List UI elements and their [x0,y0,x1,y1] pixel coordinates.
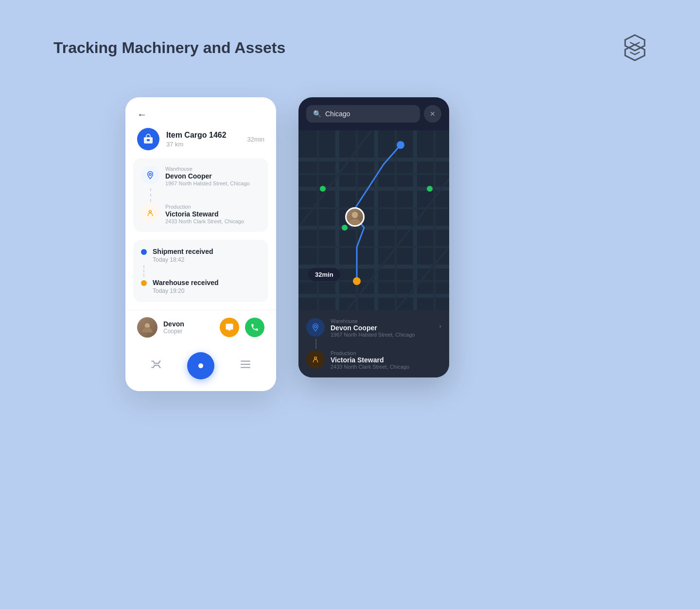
map-production-name: Victoria Steward [331,356,409,364]
production-address: 2433 North Clark Street, Chicago [165,218,244,224]
svg-point-35 [315,357,317,359]
back-button[interactable]: ← [137,109,147,120]
shipment-status: Shipment received Today 18:42 [141,248,261,263]
location-divider [150,188,151,202]
map-search-bar[interactable]: 🔍 Chicago ✕ [298,97,449,130]
production-name: Victoria Steward [165,210,244,218]
map-production-row: Production Victoria Steward 2433 North C… [306,350,441,370]
cargo-distance: 37 km [166,141,241,148]
map-warehouse-address: 1967 North Halsted Street, Chicago [331,332,415,338]
map-production-icon [306,350,325,369]
search-input-container[interactable]: 🔍 Chicago [306,105,420,123]
shipment-time: Today 18:42 [153,256,213,263]
status-section: Shipment received Today 18:42 Warehouse … [133,240,268,302]
map-warehouse-name: Devon Cooper [331,324,415,332]
call-button[interactable] [245,318,264,337]
route-path [298,130,449,310]
search-icon: 🔍 [313,110,321,118]
svg-point-34 [315,325,317,328]
map-production-item: Production Victoria Steward 2433 North C… [306,350,409,370]
right-map-card: 🔍 Chicago ✕ [298,97,449,377]
cargo-icon [137,128,159,150]
map-area: 32min [298,130,449,310]
map-production-text: Production Victoria Steward 2433 North C… [331,350,409,370]
warehouse-status: Warehouse received Today 19:20 [141,279,261,294]
logo-icon [623,34,647,57]
map-warehouse-arrow[interactable]: › [439,322,441,330]
left-phone-card: ← Item Cargo 1462 37 km 32min [125,97,276,391]
status-divider [143,265,144,277]
warehouse-icon [141,166,159,184]
contact-first-name: Devon [163,320,214,328]
location-section: Warehouse Devon Cooper 1967 North Halste… [133,158,268,232]
warehouse-title: Warehouse received [153,279,219,287]
search-value: Chicago [325,110,350,118]
svg-rect-1 [147,139,150,141]
nav-menu-button[interactable] [239,358,252,374]
blue-dot [141,249,147,255]
map-warehouse-label: Warehouse [331,318,415,324]
cargo-name: Item Cargo 1462 [166,131,241,140]
nav-routes-button[interactable] [150,358,162,374]
contact-name: Devon Cooper [163,320,214,335]
nav-center-button[interactable] [187,352,214,379]
cargo-text: Item Cargo 1462 37 km [166,131,241,148]
map-warehouse-row: Warehouse Devon Cooper 1967 North Halste… [306,318,441,338]
warehouse-location: Warehouse Devon Cooper 1967 North Halste… [141,166,261,186]
time-badge: 32min [308,268,340,281]
close-search-button[interactable]: ✕ [424,105,441,123]
map-production-label: Production [331,350,409,356]
warehouse-address: 1967 North Halsted Street, Chicago [165,180,250,186]
map-info-panel: Warehouse Devon Cooper 1967 North Halste… [298,310,449,377]
production-location: Production Victoria Steward 2433 North C… [141,204,261,224]
svg-point-29 [320,186,326,192]
map-user-avatar [345,207,365,227]
map-production-address: 2433 North Clark Street, Chicago [331,364,409,370]
contact-avatar [137,317,158,338]
svg-point-30 [342,225,348,231]
warehouse-name: Devon Cooper [165,172,250,180]
production-label: Production [165,204,244,210]
orange-dot [141,280,147,286]
map-warehouse-item: Warehouse Devon Cooper 1967 North Halste… [306,318,415,338]
cargo-time: 32min [247,136,264,143]
svg-point-28 [353,277,361,285]
warehouse-label: Warehouse [165,166,250,172]
card-header: ← Item Cargo 1462 37 km 32min [125,97,276,158]
svg-point-32 [397,141,404,149]
contact-section: Devon Cooper [125,310,276,344]
map-warehouse-icon [306,318,325,337]
shipment-title: Shipment received [153,248,213,255]
warehouse-time: Today 19:20 [153,287,219,294]
cargo-info: Item Cargo 1462 37 km 32min [137,128,264,150]
chat-button[interactable] [220,318,239,337]
svg-point-2 [149,173,152,176]
map-warehouse-text: Warehouse Devon Cooper 1967 North Halste… [331,318,415,338]
production-text: Production Victoria Steward 2433 North C… [165,204,244,224]
svg-point-31 [427,186,433,192]
page-title: Tracking Machinery and Assets [53,39,285,57]
warehouse-text: Warehouse Devon Cooper 1967 North Halste… [165,166,250,186]
svg-point-33 [352,212,358,218]
shipment-text: Shipment received Today 18:42 [153,248,213,263]
bottom-nav [125,344,276,391]
contact-last-name: Cooper [163,328,214,335]
map-loc-divider [315,339,316,349]
production-icon [141,204,159,222]
warehouse-status-text: Warehouse received Today 19:20 [153,279,219,294]
svg-point-3 [149,211,152,213]
